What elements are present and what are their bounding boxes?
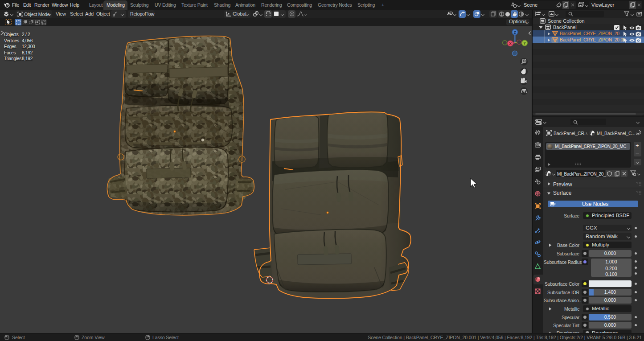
svg-text:X: X (509, 41, 512, 46)
svg-text:Y: Y (523, 41, 526, 45)
svg-text:Z: Z (514, 30, 516, 35)
